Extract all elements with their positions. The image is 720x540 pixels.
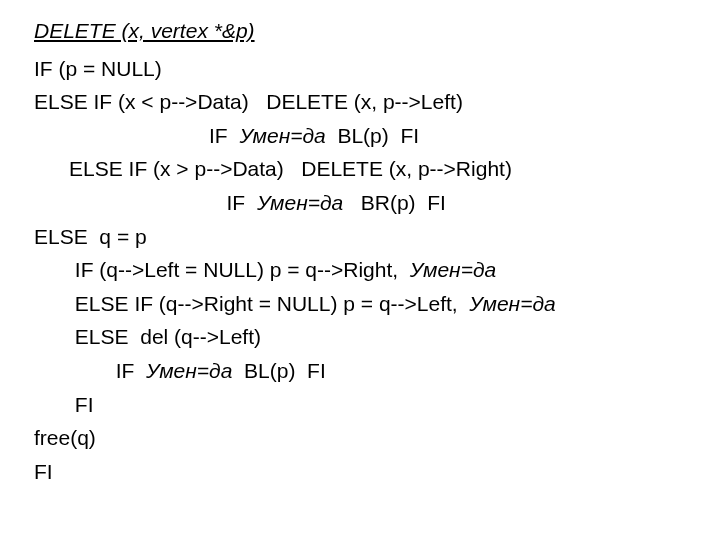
code-text: FI (34, 460, 53, 483)
code-line: IF Умен=да BL(p) FI (34, 354, 686, 388)
code-text: BL(p) FI (326, 124, 419, 147)
code-line: IF (p = NULL) (34, 52, 686, 86)
code-italic: Умен=да (239, 124, 325, 147)
code-line: FI (34, 455, 686, 489)
code-text: free(q) (34, 426, 96, 449)
code-italic: Умен=да (410, 258, 496, 281)
code-text: BL(p) FI (232, 359, 325, 382)
code-text: ELSE IF (q-->Right = NULL) p = q-->Left, (34, 292, 469, 315)
code-line: IF Умен=да BL(p) FI (34, 119, 686, 153)
code-text: IF (34, 124, 239, 147)
code-line: IF (q-->Left = NULL) p = q-->Right, Умен… (34, 253, 686, 287)
code-line: ELSE IF (q-->Right = NULL) p = q-->Left,… (34, 287, 686, 321)
code-line: IF Умен=да BR(p) FI (34, 186, 686, 220)
code-italic: Умен=да (257, 191, 343, 214)
code-line: ELSE del (q-->Left) (34, 320, 686, 354)
code-text: ELSE IF (x < p-->Data) DELETE (x, p-->Le… (34, 90, 463, 113)
code-text: FI (34, 393, 94, 416)
code-line: ELSE IF (x > p-->Data) DELETE (x, p-->Ri… (34, 152, 686, 186)
code-italic: Умен=да (146, 359, 232, 382)
code-text: ELSE del (q-->Left) (34, 325, 261, 348)
code-text: IF (p = NULL) (34, 57, 162, 80)
code-line: free(q) (34, 421, 686, 455)
code-italic: Умен=да (469, 292, 555, 315)
code-text: IF (34, 191, 257, 214)
code-line: ELSE q = p (34, 220, 686, 254)
code-line: ELSE IF (x < p-->Data) DELETE (x, p-->Le… (34, 85, 686, 119)
code-text: BR(p) FI (343, 191, 446, 214)
document-page: DELETE (x, vertex *&p) IF (p = NULL) ELS… (0, 0, 720, 502)
code-text: ELSE q = p (34, 225, 147, 248)
algorithm-title: DELETE (x, vertex *&p) (34, 14, 686, 48)
code-text: IF (34, 359, 146, 382)
code-text: ELSE IF (x > p-->Data) DELETE (x, p-->Ri… (34, 157, 512, 180)
code-line: FI (34, 388, 686, 422)
code-text: IF (q-->Left = NULL) p = q-->Right, (34, 258, 410, 281)
